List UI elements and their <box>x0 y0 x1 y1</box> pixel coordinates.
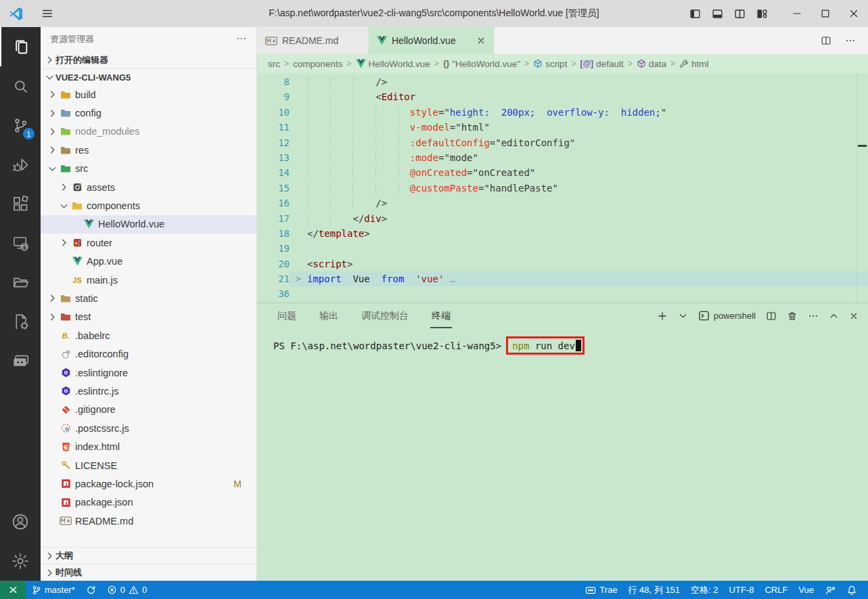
status-cursor-position[interactable]: 行 48, 列 151 <box>622 581 685 599</box>
layout-panel-button[interactable] <box>706 0 729 27</box>
panel-tab-问题[interactable]: 问题 <box>276 304 298 328</box>
tree-item-LICENSE[interactable]: LICENSE <box>41 456 256 474</box>
panel-tab-终端[interactable]: 终端 <box>430 304 452 328</box>
tree-item-assets[interactable]: assets <box>41 178 256 196</box>
status-eol[interactable]: CRLF <box>759 581 793 599</box>
tab-label: HelloWorld.vue <box>392 35 456 46</box>
activity-source-control[interactable]: 1 <box>0 106 41 145</box>
status-notifications[interactable] <box>841 581 863 599</box>
breadcrumb-src[interactable]: src <box>268 59 280 69</box>
tree-item-static[interactable]: static <box>41 289 256 307</box>
breadcrumb-default[interactable]: [@]default <box>580 59 623 69</box>
maximize-panel-icon[interactable] <box>829 311 839 321</box>
tree-item-router[interactable]: router <box>41 234 256 252</box>
tree-item-components[interactable]: components <box>41 196 256 215</box>
activity-extensions[interactable] <box>0 184 41 223</box>
line-number: 14 <box>257 165 290 180</box>
status-language-mode[interactable]: Vue <box>793 581 819 599</box>
panel-tab-调试控制台[interactable]: 调试控制台 <box>360 304 410 328</box>
menu-icon[interactable] <box>41 7 53 20</box>
tree-item-.editorconfig[interactable]: .editorconfig <box>41 345 256 363</box>
breadcrumb-data[interactable]: data <box>637 59 666 69</box>
tree-item-README.md[interactable]: README.md <box>41 512 256 530</box>
new-terminal-icon[interactable] <box>657 311 668 321</box>
chevron-right-icon <box>46 127 58 137</box>
status-git-branch[interactable]: master* <box>26 581 81 599</box>
panel-tab-输出[interactable]: 输出 <box>318 304 340 328</box>
status-encoding[interactable]: UTF-8 <box>724 581 760 599</box>
activity-folder-opened[interactable] <box>0 263 41 302</box>
layout-sidebar-button[interactable] <box>684 0 706 27</box>
status-sync[interactable] <box>81 581 101 599</box>
activity-account[interactable] <box>0 502 41 541</box>
editor-scrollbar[interactable] <box>856 73 868 303</box>
status-problems[interactable]: 00 <box>101 581 152 599</box>
tab-HelloWorld.vue[interactable]: HelloWorld.vue <box>369 27 495 54</box>
tree-item-build[interactable]: build <box>41 85 256 104</box>
status-trae[interactable]: Trae <box>580 581 622 599</box>
split-terminal-icon[interactable] <box>766 311 777 321</box>
tree-item-App.vue[interactable]: App.vue <box>41 252 256 271</box>
breadcrumb-label: default <box>596 59 624 69</box>
code-editor[interactable]: 8 />9 <Editor10 style="height: 200px; ov… <box>257 73 868 303</box>
tree-item-.eslintrc.js[interactable]: .eslintrc.js <box>41 382 256 400</box>
activity-explorer[interactable] <box>0 27 41 66</box>
tab-close-icon[interactable] <box>476 36 486 45</box>
tree-item-main.js[interactable]: JSmain.js <box>41 271 256 289</box>
terminal-body[interactable]: PS F:\asp.net\wordpaster\vue2-cli-wang5>… <box>257 328 868 581</box>
layout-secondary-button[interactable] <box>729 0 751 27</box>
maximize-button[interactable] <box>811 0 840 27</box>
activity-settings[interactable] <box>0 541 41 581</box>
tree-item-.babelrc[interactable]: B..babelrc <box>41 326 256 345</box>
breadcrumb-label: script <box>545 59 567 69</box>
tree-item-test[interactable]: test <box>41 308 256 326</box>
close-panel-icon[interactable] <box>849 311 859 321</box>
terminal-prompt: PS F:\asp.net\wordpaster\vue2-cli-wang5> <box>273 340 501 351</box>
tree-item-.postcssrc.js[interactable]: .postcssrc.js <box>41 419 256 437</box>
tree-item-node_modules[interactable]: node_modules <box>41 123 256 141</box>
section-project-root[interactable]: VUE2-CLI-WANG5 <box>41 68 256 85</box>
breadcrumb-components[interactable]: components <box>293 59 343 69</box>
tree-item-.gitignore[interactable]: .gitignore <box>41 401 256 419</box>
code-text: style="height: 200px; overflow-y: hidden… <box>307 105 666 120</box>
code-text: :mode="mode" <box>307 150 478 165</box>
activity-card[interactable] <box>0 341 41 380</box>
tree-item-package.json[interactable]: package.json <box>41 493 256 512</box>
section-open-editors[interactable]: 打开的编辑器 <box>41 51 256 68</box>
close-button[interactable] <box>840 0 868 27</box>
status-indentation[interactable]: 空格: 2 <box>685 581 723 599</box>
breadcrumb-script[interactable]: script <box>533 59 567 69</box>
tree-item-HelloWorld.vue[interactable]: HelloWorld.vue <box>41 215 256 234</box>
breadcrumb-html[interactable]: html <box>679 59 709 69</box>
minimize-button[interactable] <box>783 0 811 27</box>
editor-more-actions-icon[interactable] <box>845 35 856 46</box>
kill-terminal-icon[interactable] <box>787 311 798 321</box>
tree-item-index.html[interactable]: index.html <box>41 437 256 456</box>
tab-README.md[interactable]: README.md <box>257 27 369 54</box>
section-outline[interactable]: 大纲 <box>41 547 256 564</box>
terminal-shell-item[interactable]: powershell <box>698 310 756 321</box>
tree-item-.eslintignore[interactable]: .eslintignore <box>41 363 256 382</box>
tree-item-config[interactable]: config <box>41 104 256 122</box>
tree-item-package-lock.json[interactable]: package-lock.jsonM <box>41 474 256 493</box>
section-timeline[interactable]: 时间线 <box>41 564 256 581</box>
activity-remote-explorer[interactable] <box>0 223 41 263</box>
remote-indicator[interactable] <box>0 581 26 599</box>
tree-item-res[interactable]: res <box>41 141 256 159</box>
panel-more-actions-icon[interactable] <box>808 311 819 321</box>
braces-icon: {} <box>443 59 449 68</box>
terminal-dropdown-icon[interactable] <box>678 311 688 321</box>
activity-run-debug[interactable] <box>0 145 41 184</box>
breadcrumb-HelloWorld.vue[interactable]: {}"HelloWorld.vue" <box>443 59 520 69</box>
activity-search[interactable] <box>0 66 41 106</box>
split-editor-icon[interactable] <box>821 35 831 46</box>
status-feedback[interactable] <box>819 581 841 599</box>
breadcrumb-HelloWorld.vue[interactable]: HelloWorld.vue <box>356 59 430 69</box>
tree-item-label: App.vue <box>87 256 122 267</box>
breadcrumb-label: "HelloWorld.vue" <box>452 59 520 69</box>
sidebar-more-actions-icon[interactable] <box>236 33 247 46</box>
activity-file-settings[interactable] <box>0 302 41 341</box>
layout-customize-button[interactable] <box>751 0 773 27</box>
tree-item-src[interactable]: src <box>41 160 256 178</box>
fold-chevron-icon[interactable]: > <box>290 271 307 286</box>
